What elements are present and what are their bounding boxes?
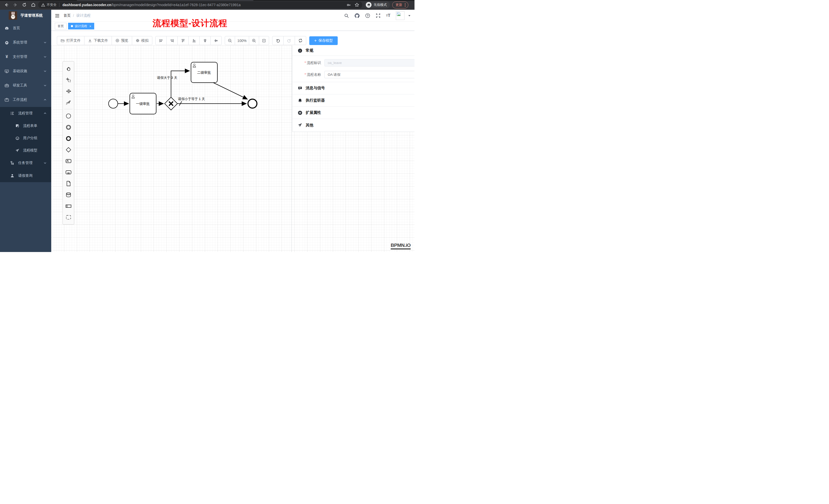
create-end-event[interactable] [63,133,74,144]
back-icon[interactable] [3,2,10,8]
align-right-button[interactable] [167,36,178,45]
sidebar-item-process-mgmt[interactable]: 流程管理 [0,107,51,120]
section-message-signal[interactable]: 消息与信号 [292,82,414,94]
simulate-button[interactable]: 模拟 [132,36,152,45]
align-center-horizontal-icon [214,39,218,43]
create-start-event[interactable] [63,110,74,121]
flow-label-lte1day[interactable]: 请假小于等于 1 天 [178,97,205,101]
font-size-icon[interactable]: TT [386,13,390,18]
sidebar-item-system[interactable]: 系统管理 [0,35,51,50]
process-key-input[interactable] [324,59,414,67]
flow-gateway-to-task2[interactable] [171,71,190,97]
download-file-button[interactable]: 下载文件 [84,36,112,45]
create-group[interactable] [63,211,74,223]
section-other[interactable]: 其他 [292,119,414,131]
bpmn-io-watermark[interactable]: BPMN.iO [391,242,411,249]
sidebar-item-process-model[interactable]: 流程模型 [0,144,51,157]
tag-design-process[interactable]: 设计流程 × [68,23,94,30]
sidebar-item-label: 系统管理 [13,40,27,45]
close-tag-icon[interactable]: × [89,25,92,28]
undo-icon [276,38,280,43]
sidebar-item-label: 用户分组 [23,136,37,141]
bookmark-star-icon[interactable] [355,3,359,7]
plus-icon: + [314,38,317,43]
url-text[interactable]: dashboard.yudao.iocoder.cn/bpm/manager/m… [63,3,241,7]
create-subprocess[interactable] [63,166,74,178]
panel-divider [291,45,292,252]
sidebar-item-home[interactable]: 首页 [0,21,51,35]
github-icon[interactable] [354,13,360,18]
task-first-approval[interactable]: 一级审批 [130,93,156,114]
align-bottom-button[interactable] [188,36,200,45]
section-general[interactable]: i 常规 [292,45,414,56]
create-data-object[interactable] [63,178,74,189]
zoom-in-button[interactable] [249,36,259,45]
lasso-tool[interactable] [63,74,74,85]
zoom-reset-button[interactable] [259,36,269,45]
exclusive-gateway[interactable] [165,97,177,110]
face-icon [15,136,20,141]
flow-label-gt3days[interactable]: 请假大于 3 天 [157,76,177,80]
sidebar-item-task-mgmt[interactable]: 任务管理 [0,157,51,169]
sidebar-collapse-icon[interactable] [54,12,61,19]
redo-icon [287,38,291,43]
section-execution-listener[interactable]: 执行监听器 [292,94,414,107]
security-label[interactable]: 不安全 [46,3,57,7]
task-second-approval[interactable]: 二级审批 [191,62,217,83]
home-icon[interactable] [30,2,37,8]
create-user-task[interactable] [63,155,74,166]
undo-button[interactable] [272,36,284,45]
sidebar-item-infra[interactable]: 基础设施 [0,64,51,78]
end-event[interactable] [248,99,257,108]
sidebar-item-process-form[interactable]: 流程表单 [0,120,51,132]
redo-button[interactable] [283,36,295,45]
open-file-button[interactable]: 打开文件 [57,36,84,45]
refresh-button[interactable] [295,36,306,45]
incognito-badge: 无痕模式 [365,1,390,8]
sidebar-item-workflow[interactable]: 工作流程 [0,92,51,107]
align-center-horizontal-button[interactable] [211,36,222,45]
help-icon[interactable] [365,13,370,18]
section-extended-properties[interactable]: 扩展属性 [292,107,414,119]
preview-icon [115,39,119,42]
zoom-level[interactable]: 100% [235,36,249,45]
create-gateway[interactable] [63,144,74,155]
space-tool[interactable] [63,85,74,97]
breadcrumb-home[interactable]: 首页 [64,13,71,18]
forward-icon[interactable] [12,2,19,8]
flow-task2-to-end[interactable] [213,83,248,99]
process-name-input[interactable] [324,71,414,78]
create-participant[interactable] [63,200,74,211]
fullscreen-icon[interactable] [375,13,381,18]
align-top-button[interactable] [177,36,189,45]
align-left-button[interactable] [155,36,167,45]
avatar[interactable] [396,11,404,20]
align-left-icon [159,39,163,43]
sidebar-logo-row[interactable]: 芋道管理系统 [0,10,51,21]
sidebar-item-devtools[interactable]: 研发工具 [0,78,51,92]
incognito-label: 无痕模式 [373,3,387,7]
reload-icon[interactable] [21,2,28,8]
hand-tool[interactable] [63,63,74,74]
create-intermediate-event[interactable] [63,121,74,133]
create-data-store[interactable] [63,189,74,200]
start-event[interactable] [109,99,118,108]
sidebar-item-payment[interactable]: ¥ 支付管理 [0,50,51,64]
search-icon[interactable] [344,13,349,18]
section-title: 消息与信号 [306,86,325,90]
global-connect-tool[interactable] [63,97,74,108]
sidebar-item-leave-query[interactable]: 请假查询 [0,169,51,182]
browser-update-button[interactable]: 更新 [392,2,408,8]
dashboard-icon [5,26,9,31]
preview-button[interactable]: 预览 [112,36,132,45]
sidebar-item-user-group[interactable]: 用户分组 [0,132,51,144]
key-icon[interactable] [347,3,351,7]
workflow-submenu: 流程管理 流程表单 用户分组 [0,107,51,182]
save-model-button[interactable]: + 保存模型 [309,36,338,45]
caret-down-icon[interactable] [408,14,411,17]
browser-menu-icon[interactable] [404,3,406,7]
address-bar[interactable]: 不安全 dashboard.yudao.iocoder.cn/bpm/manag… [38,1,362,8]
zoom-out-button[interactable] [225,36,235,45]
align-center-vertical-button[interactable] [200,36,211,45]
tag-home[interactable]: 首页 [55,23,67,30]
